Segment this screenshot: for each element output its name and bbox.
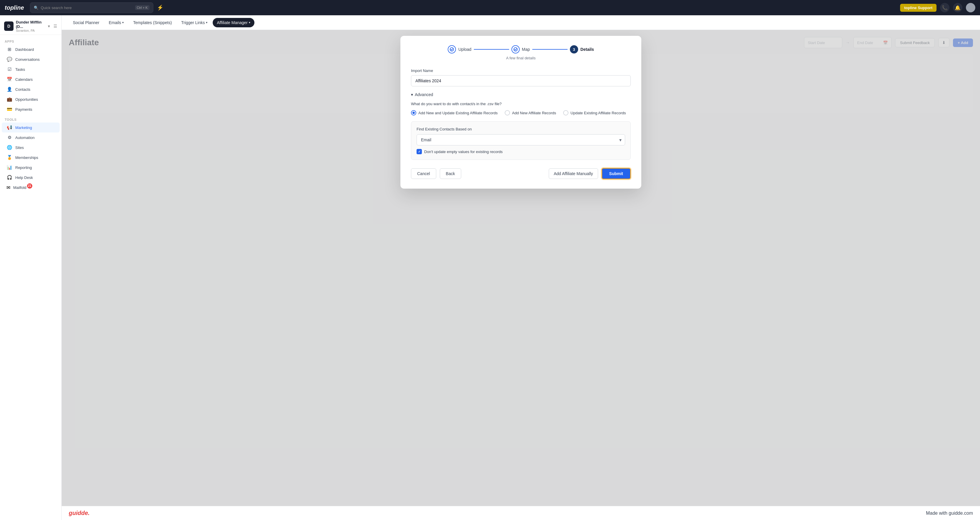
sidebar-item-memberships[interactable]: 🏅 Memberships	[2, 153, 60, 162]
memberships-icon: 🏅	[6, 155, 12, 160]
back-button[interactable]: Back	[440, 169, 461, 179]
step-line-2	[532, 49, 568, 50]
sidebar-label-tasks: Tasks	[15, 67, 25, 72]
sidebar-label-opportunities: Opportunities	[15, 97, 38, 102]
sidebar-item-helpdesk[interactable]: 🎧 Help Desk	[2, 172, 60, 183]
sidebar-label-mailfold: Mailfold	[13, 185, 26, 190]
sidebar-item-mailfold[interactable]: ✉ Mailfold 21	[2, 183, 60, 193]
sidebar-item-reporting[interactable]: 📊 Reporting	[2, 162, 60, 172]
find-contacts-select-wrapper: Email Phone	[417, 134, 625, 145]
guidde-tagline: Made with guidde.com	[926, 510, 973, 516]
sidebar-label-sites: Sites	[15, 145, 24, 150]
find-contacts-select[interactable]: Email Phone	[417, 134, 625, 145]
question-label: What do you want to do with contact/s in…	[411, 102, 631, 106]
checkbox-label: Don't update empty values for existing r…	[424, 149, 503, 154]
checkbox-indicator	[417, 149, 422, 154]
payments-icon: 💳	[6, 107, 12, 112]
phone-icon[interactable]: 📞	[940, 3, 950, 12]
sidebar-label-dashboard: Dashboard	[15, 47, 34, 52]
step-3-circle: 3	[570, 45, 578, 54]
panel-toggle-icon[interactable]: ☰	[54, 24, 57, 29]
sites-icon: 🌐	[6, 145, 12, 150]
contacts-icon: 👤	[6, 87, 12, 92]
search-bar[interactable]: 🔍 Quick search here Ctrl + K	[30, 2, 153, 13]
sidebar-item-calendars[interactable]: 📅 Calendars	[2, 74, 60, 84]
main-content: Social Planner Emails ▾ Templates (Snipp…	[62, 15, 980, 520]
step-1-label: Upload	[458, 47, 471, 52]
checkbox-dont-update[interactable]: Don't update empty values for existing r…	[417, 149, 625, 154]
sidebar-item-marketing[interactable]: 📢 Marketing	[2, 122, 60, 132]
submit-button[interactable]: Submit	[601, 168, 631, 179]
sidebar-item-contacts[interactable]: 👤 Contacts	[2, 84, 60, 94]
sidebar: D Dunder Mifflin (D... Scranton, PA ▾ ☰ …	[0, 15, 62, 520]
main-layout: D Dunder Mifflin (D... Scranton, PA ▾ ☰ …	[0, 15, 980, 520]
sidebar-label-memberships: Memberships	[15, 156, 38, 160]
sidebar-label-reporting: Reporting	[15, 165, 32, 170]
sidebar-item-tasks[interactable]: ☑ Tasks	[2, 64, 60, 74]
support-button[interactable]: topline Support	[900, 4, 937, 12]
radio-update-label: Update Existing Affiliate Records	[571, 111, 626, 115]
stepper: Upload Map	[411, 45, 631, 54]
modal-overlay: Upload Map	[62, 30, 980, 506]
radio-option-new[interactable]: Add New Affiliate Records	[505, 110, 556, 116]
app-logo: topline	[5, 5, 24, 11]
sidebar-label-conversations: Conversations	[15, 57, 40, 62]
sidebar-label-automation: Automation	[15, 135, 35, 140]
subnav-templates[interactable]: Templates (Snippets)	[129, 18, 176, 27]
subnav-affiliate-manager[interactable]: Affiliate Manager ▾	[213, 18, 255, 27]
sidebar-item-opportunities[interactable]: 💼 Opportunities	[2, 94, 60, 104]
sidebar-label-helpdesk: Help Desk	[15, 175, 33, 180]
subnav-social-planner[interactable]: Social Planner	[69, 18, 103, 27]
advanced-label: Advanced	[415, 92, 433, 97]
chevron-down-icon: ▾	[411, 92, 413, 97]
workspace-dropdown-icon[interactable]: ▾	[48, 24, 50, 29]
import-name-input[interactable]	[411, 75, 631, 86]
user-avatar[interactable]	[966, 3, 975, 12]
find-contacts-label: Find Existing Contacts Based on	[417, 127, 625, 131]
sidebar-item-dashboard[interactable]: ⊞ Dashboard	[2, 45, 60, 54]
import-name-label: Import Name	[411, 68, 631, 73]
lightning-icon[interactable]: ⚡	[157, 5, 163, 11]
radio-group: Add New and Update Existing Affiliate Re…	[411, 110, 631, 116]
trigger-links-chevron-icon: ▾	[206, 21, 207, 24]
page-body: Affiliate Start Date → End Date 📅 Submit…	[62, 30, 980, 506]
radio-option-update[interactable]: Update Existing Affiliate Records	[563, 110, 626, 116]
notification-icon[interactable]: 🔔	[953, 3, 963, 12]
advanced-toggle[interactable]: ▾ Advanced	[411, 92, 631, 97]
step-3: 3 Details	[570, 45, 594, 54]
tasks-icon: ☑	[6, 67, 12, 72]
sidebar-item-conversations[interactable]: 💬 Conversations	[2, 54, 60, 64]
step-2: Map	[511, 45, 530, 54]
workspace-selector[interactable]: D Dunder Mifflin (D... Scranton, PA ▾ ☰	[0, 17, 61, 35]
affiliate-manager-chevron-icon: ▾	[249, 21, 250, 24]
subnav-emails[interactable]: Emails ▾	[105, 18, 128, 27]
radio-option-both[interactable]: Add New and Update Existing Affiliate Re…	[411, 110, 498, 116]
workspace-name: Dunder Mifflin (D...	[16, 20, 46, 29]
conversations-icon: 💬	[6, 57, 12, 62]
step-line-1	[474, 49, 509, 50]
sidebar-label-calendars: Calendars	[15, 77, 33, 82]
import-modal: Upload Map	[400, 36, 641, 189]
find-contacts-box: Find Existing Contacts Based on Email Ph…	[411, 121, 631, 160]
tools-section-label: Tools	[0, 114, 61, 122]
radio-both-indicator	[411, 110, 416, 116]
cancel-button[interactable]: Cancel	[411, 169, 436, 179]
search-icon: 🔍	[34, 6, 38, 10]
automation-icon: ⚙	[6, 135, 12, 140]
sidebar-item-automation[interactable]: ⚙ Automation	[2, 132, 60, 143]
dashboard-icon: ⊞	[6, 47, 12, 52]
mailfold-badge: 21	[27, 183, 32, 189]
emails-chevron-icon: ▾	[122, 21, 124, 24]
reporting-icon: 📊	[6, 165, 12, 170]
sidebar-item-sites[interactable]: 🌐 Sites	[2, 143, 60, 153]
marketing-icon: 📢	[6, 125, 12, 130]
sidebar-item-payments[interactable]: 💳 Payments	[2, 104, 60, 114]
guidde-logo: guidde.	[69, 510, 90, 517]
add-affiliate-manually-button[interactable]: Add Affiliate Manually	[549, 169, 598, 179]
subnav-trigger-links[interactable]: Trigger Links ▾	[177, 18, 212, 27]
calendars-icon: 📅	[6, 77, 12, 82]
mailfold-icon: ✉	[6, 185, 10, 190]
search-placeholder: Quick search here	[41, 6, 72, 10]
stepper-subtitle: A few final details	[411, 56, 631, 60]
modal-footer: Cancel Back Add Affiliate Manually Submi…	[411, 168, 631, 179]
